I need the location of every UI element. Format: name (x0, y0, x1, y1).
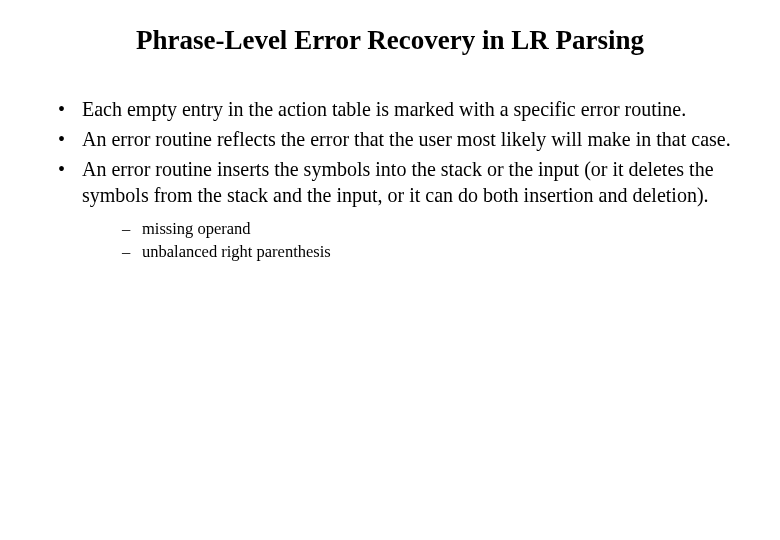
slide-title: Phrase-Level Error Recovery in LR Parsin… (30, 25, 750, 56)
sub-bullet-list: missing operand unbalanced right parenth… (82, 218, 750, 263)
main-bullet-list: Each empty entry in the action table is … (30, 96, 750, 263)
bullet-text: An error routine inserts the symbols int… (82, 158, 714, 206)
bullet-item: Each empty entry in the action table is … (58, 96, 750, 122)
sub-bullet-item: unbalanced right parenthesis (122, 241, 750, 262)
bullet-item: An error routine inserts the symbols int… (58, 156, 750, 263)
sub-bullet-item: missing operand (122, 218, 750, 239)
bullet-item: An error routine reflects the error that… (58, 126, 750, 152)
